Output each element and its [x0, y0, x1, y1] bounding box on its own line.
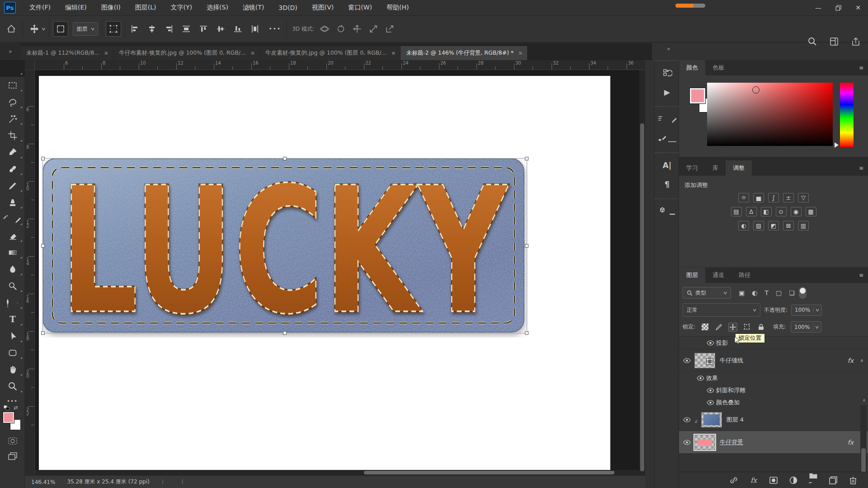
- color-picker-ring[interactable]: [752, 86, 760, 94]
- lock-artboard-icon[interactable]: [742, 323, 751, 332]
- default-colors-icon[interactable]: [4, 405, 10, 411]
- hand-tool[interactable]: [0, 361, 25, 378]
- layer-row-图层 4[interactable]: ⤷图层 4: [679, 408, 868, 431]
- opacity-field[interactable]: 100%∨: [791, 305, 822, 316]
- layer-name[interactable]: 图层 4: [726, 416, 744, 424]
- menu-item-7[interactable]: 3D(D): [271, 0, 304, 15]
- menu-item-0[interactable]: 文件(F): [22, 0, 58, 15]
- share-icon[interactable]: [848, 34, 863, 49]
- brush-settings-panel-icon[interactable]: [655, 110, 679, 129]
- status-menu-chevron[interactable]: 〉: [161, 478, 167, 486]
- layer-row-牛仔缝线[interactable]: 牛仔缝线fx∧: [679, 349, 868, 372]
- brush-tool[interactable]: [0, 177, 25, 194]
- collapse-effects-icon[interactable]: ∧: [860, 358, 863, 363]
- pen-tool[interactable]: [0, 294, 25, 311]
- vertical-ruler[interactable]: 681​01​21​41​61​82​02​2: [25, 70, 35, 488]
- layer-thumbnail[interactable]: [701, 412, 722, 427]
- layer-name[interactable]: 牛仔缝线: [720, 357, 743, 365]
- visibility-eye-icon[interactable]: [704, 400, 716, 405]
- type-tool[interactable]: T: [0, 311, 25, 328]
- roll-3d-icon[interactable]: [335, 21, 347, 37]
- gradient-tool[interactable]: [0, 244, 25, 261]
- curves-icon[interactable]: ∫: [768, 193, 779, 202]
- layer-fx-badge[interactable]: fx: [848, 439, 854, 446]
- foreground-color-swatch-panel[interactable]: [690, 88, 705, 103]
- visibility-eye-icon[interactable]: [679, 417, 694, 422]
- adjustment-filter-icon[interactable]: ◐: [752, 289, 757, 296]
- orbit-3d-icon[interactable]: [319, 21, 330, 37]
- effect-row-投影[interactable]: 投影: [679, 337, 868, 349]
- lock-transparent-icon[interactable]: [700, 323, 709, 332]
- menu-item-2[interactable]: 图像(I): [94, 0, 128, 15]
- pixel-filter-icon[interactable]: ▣: [739, 289, 745, 296]
- close-tab-icon[interactable]: ✕: [518, 50, 523, 56]
- ruler-origin[interactable]: [25, 60, 35, 70]
- layers-tab-图层[interactable]: 图层: [679, 267, 705, 283]
- color-balance-icon[interactable]: ∆: [746, 207, 757, 216]
- brightness-contrast-icon[interactable]: ☼: [738, 193, 749, 202]
- delete-layer-icon[interactable]: [848, 475, 858, 485]
- close-tab-icon[interactable]: ✕: [250, 50, 255, 56]
- workspace-icon[interactable]: [826, 34, 842, 49]
- menu-item-9[interactable]: 窗口(W): [341, 0, 379, 15]
- threshold-icon[interactable]: ◩: [768, 221, 779, 230]
- screen-mode-button[interactable]: [0, 449, 25, 464]
- posterize-icon[interactable]: ▨: [753, 221, 764, 230]
- blend-mode-dropdown[interactable]: 正常∨: [683, 303, 760, 317]
- black-white-icon[interactable]: ◧: [761, 207, 772, 216]
- status-back-chevron[interactable]: 〈: [179, 478, 184, 486]
- layers-tab-通道[interactable]: 通道: [705, 267, 731, 283]
- layers-tab-路径[interactable]: 路径: [731, 267, 758, 283]
- rect-marquee-tool[interactable]: [0, 77, 25, 94]
- layer-thumbnail[interactable]: [694, 353, 715, 368]
- visibility-eye-icon[interactable]: [694, 375, 706, 381]
- effect-row-颜色叠加[interactable]: 颜色叠加: [679, 396, 868, 408]
- layer-row-牛仔背景[interactable]: 牛仔背景fx∧: [679, 431, 868, 454]
- blur-tool[interactable]: [0, 261, 25, 277]
- distribute-v-icon[interactable]: [249, 21, 261, 37]
- align-middle-icon[interactable]: [215, 21, 226, 37]
- layer-fx-badge[interactable]: fx: [848, 357, 854, 364]
- menu-item-10[interactable]: 帮助(H): [379, 0, 416, 15]
- align-left-icon[interactable]: [129, 21, 141, 37]
- history-brush-tool[interactable]: [0, 211, 25, 227]
- menu-item-6[interactable]: 滤镜(T): [236, 0, 271, 15]
- spot-healing-tool[interactable]: [0, 160, 25, 177]
- eyedropper-tool[interactable]: [0, 144, 25, 160]
- magic-wand-tool[interactable]: [0, 110, 25, 127]
- visibility-eye-icon[interactable]: [704, 340, 716, 346]
- menu-item-3[interactable]: 图层(L): [128, 0, 164, 15]
- add-mask-icon[interactable]: [769, 475, 778, 485]
- menu-item-8[interactable]: 视图(V): [305, 0, 341, 15]
- scale-3d-icon[interactable]: [384, 21, 396, 37]
- swap-colors-icon[interactable]: ⇄: [14, 405, 18, 411]
- vertical-scrollbar[interactable]: [639, 70, 645, 482]
- color-tab-色板[interactable]: 色板: [705, 60, 731, 75]
- quick-mask-button[interactable]: [0, 433, 25, 449]
- fx-icon[interactable]: fx: [749, 475, 759, 485]
- fill-field[interactable]: 100%∨: [791, 321, 821, 333]
- close-tab-icon[interactable]: ✕: [391, 50, 396, 56]
- zoom-tool[interactable]: [0, 378, 25, 394]
- close-button[interactable]: ✕: [848, 0, 868, 15]
- levels-icon[interactable]: ▅: [753, 193, 764, 202]
- transform-controls-icon[interactable]: [106, 21, 121, 37]
- color-menu-icon[interactable]: ≡: [859, 65, 863, 71]
- eraser-tool[interactable]: [0, 227, 25, 244]
- adjust-tab-学习[interactable]: 学习: [679, 160, 705, 176]
- channel-mixer-icon[interactable]: ◉: [791, 207, 802, 216]
- more-options-button[interactable]: •••: [267, 21, 283, 37]
- menu-item-4[interactable]: 文字(Y): [164, 0, 199, 15]
- vibrance-icon[interactable]: ▽: [798, 193, 809, 202]
- invert-icon[interactable]: ◐: [738, 221, 749, 230]
- scroll-up-icon[interactable]: ∧: [863, 398, 866, 403]
- close-tab-icon[interactable]: ✕: [104, 50, 108, 56]
- lock-position-icon[interactable]: [728, 323, 737, 332]
- color-tab-颜色[interactable]: 颜色: [679, 60, 705, 75]
- 3d-panel-icon[interactable]: [655, 202, 679, 221]
- history-panel-icon[interactable]: [655, 64, 679, 83]
- align-right-icon[interactable]: [163, 21, 175, 37]
- filter-switch[interactable]: [799, 287, 807, 299]
- document-tab-2[interactable]: 牛仔布素材-恢复的.jpg @ 100% (图层 0, RGB/...✕: [113, 46, 259, 60]
- minimize-button[interactable]: —: [808, 0, 828, 15]
